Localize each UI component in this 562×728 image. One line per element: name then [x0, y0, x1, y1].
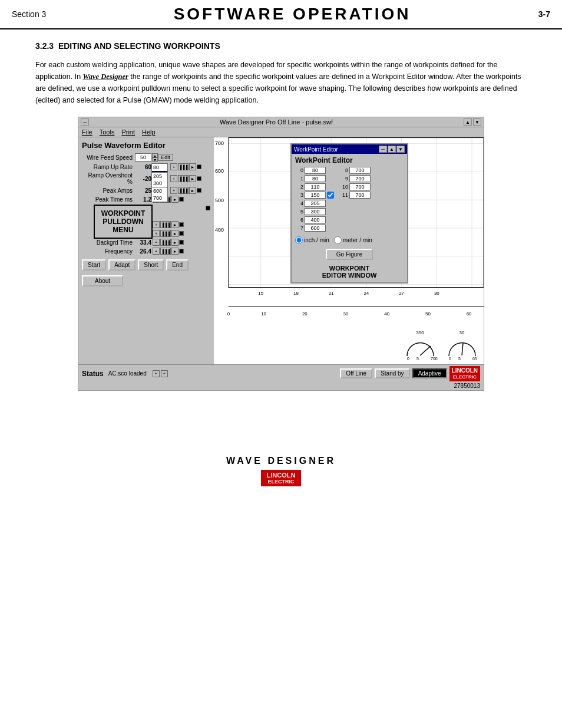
ctrl-stepoff-arrow[interactable]: ►	[171, 221, 178, 228]
wp-input-8[interactable]	[349, 167, 371, 174]
spin-up-wire-feed-speed[interactable]: ▲	[152, 153, 158, 157]
go-figure-button[interactable]: Go Figure	[326, 249, 373, 260]
value-peak-time: 1.2	[135, 196, 151, 203]
menu-file[interactable]: File	[82, 129, 92, 136]
controls-backgrd-time: + ▐▐▐ ►	[153, 239, 184, 246]
wp-input-2[interactable]	[305, 183, 326, 190]
svg-text:24: 24	[363, 291, 369, 296]
ctrl-tailout-1-stop[interactable]	[206, 206, 210, 210]
ctrl-stepoff-1[interactable]: +	[153, 221, 160, 228]
about-button[interactable]: About	[82, 275, 123, 286]
ctrl-frequency-2[interactable]: ▐▐▐	[160, 248, 171, 255]
ctrl-peak-time-arrow[interactable]: ►	[171, 196, 178, 203]
wp-input-9[interactable]	[349, 175, 371, 182]
window-scroll-up-btn[interactable]: ▲	[464, 118, 472, 126]
gauge-350: 350 0 5 700	[401, 330, 439, 362]
svg-text:0: 0	[227, 311, 230, 317]
ctrl-ramp-overshoot-arrow[interactable]: ►	[189, 175, 196, 182]
ctrl-ramp-overshoot-1[interactable]: +	[170, 175, 177, 182]
param-ramp-overshoot: Ramp Overshoot % -20 205 300 400 + ▐▐▐ ►	[82, 172, 210, 185]
window-scroll-down-btn[interactable]: ▼	[473, 118, 481, 126]
ctrl-ramp-up-rate-stop[interactable]	[197, 164, 201, 169]
footer-logo-line2: ELECTRIC	[267, 479, 296, 485]
ctrl-ramp-up-rate-2[interactable]: ▐▐▐	[178, 163, 189, 170]
ctrl-frequency-stop[interactable]	[179, 249, 184, 253]
wp-input-10[interactable]	[349, 183, 371, 190]
ctrl-ramp-overshoot-stop[interactable]	[197, 176, 201, 181]
wp-input-0[interactable]	[305, 167, 326, 174]
wp-scroll-dn-btn[interactable]: ▼	[396, 146, 405, 153]
ctrl-backgrd-time-1[interactable]: +	[153, 239, 160, 246]
svg-text:27: 27	[399, 291, 404, 296]
content: 3.2.3 EDITING AND SELECTING WORKPOINTS F…	[0, 29, 562, 420]
right-panel: 700 600 500 400	[214, 137, 484, 364]
gauge-30: 30 0 5 65	[443, 330, 481, 362]
doc-number: 27850013	[78, 383, 484, 390]
menu-tools[interactable]: Tools	[100, 129, 115, 136]
wp-input-4[interactable]	[305, 200, 326, 207]
gauge-area: 350 0 5 700 30 0 5 65	[214, 327, 484, 364]
ctrl-backgrd-time-2[interactable]: ▐▐▐	[160, 239, 171, 246]
short-button[interactable]: Short	[138, 259, 164, 271]
label-meter-min: meter / min	[343, 237, 372, 243]
window-title: Wave Designer Pro Off Line - pulse.swf	[89, 118, 464, 126]
wp-row-6: 6	[295, 216, 334, 223]
svg-text:18: 18	[293, 291, 299, 296]
wp-check-3[interactable]	[327, 192, 334, 199]
ctrl-peak-amps-1[interactable]: +	[170, 187, 177, 194]
ctrl-peak-amps-stop[interactable]	[197, 188, 201, 193]
ctrl-backgrd-amps-2[interactable]: ▐▐▐	[160, 230, 171, 237]
svg-text:500: 500	[215, 197, 224, 203]
about-row: About	[82, 273, 210, 286]
ctrl-backgrd-amps-stop[interactable]	[179, 231, 184, 236]
window-minimize-btn[interactable]: ─	[81, 118, 89, 126]
ctrl-backgrd-time-arrow[interactable]: ►	[171, 239, 178, 246]
spin-down-wire-feed-speed[interactable]: ▼	[152, 157, 158, 162]
ctrl-stepoff-2[interactable]: ▐▐▐	[160, 221, 171, 228]
ctrl-peak-time-stop[interactable]	[179, 197, 184, 202]
end-button[interactable]: End	[166, 259, 189, 271]
ctrl-peak-amps-2[interactable]: ▐▐▐	[178, 187, 189, 194]
radio-meter-min-input[interactable]	[334, 236, 342, 244]
menu-print[interactable]: Print	[121, 129, 135, 136]
status-label: Status	[82, 370, 104, 378]
wp-input-3[interactable]	[305, 192, 326, 199]
wp-scroll-up-btn[interactable]: ▲	[388, 146, 396, 153]
radio-inch-min-input[interactable]	[295, 236, 303, 244]
dropdown-peak-amps[interactable]: 600 700	[151, 187, 168, 202]
section-title: EDITING AND SELECTING WORKPOINTS	[58, 41, 220, 51]
ctrl-ramp-up-rate-1[interactable]: +	[170, 163, 177, 170]
input-wire-feed-speed[interactable]	[135, 153, 151, 162]
standby-button[interactable]: Stand by	[375, 368, 409, 378]
ctrl-stepoff-stop[interactable]	[179, 222, 184, 227]
wp-input-11[interactable]	[349, 192, 371, 199]
status-up-btn[interactable]: +	[153, 370, 160, 377]
start-button[interactable]: Start	[82, 259, 106, 271]
ctrl-ramp-up-rate-arrow[interactable]: ►	[189, 163, 196, 170]
adaptive-button[interactable]: Adaptive	[412, 368, 447, 378]
workpoint-pulldown-menu[interactable]: WORKPOINTPULLDOWNMENU	[94, 205, 153, 239]
wp-input-1[interactable]	[305, 175, 326, 182]
svg-text:65: 65	[472, 357, 477, 361]
menu-help[interactable]: Help	[142, 129, 156, 136]
status-down-btn[interactable]: +	[161, 370, 168, 377]
adapt-button[interactable]: Adapt	[108, 259, 135, 271]
param-wire-feed-speed: Wire Feed Speed ▲ ▼ Edit	[82, 153, 210, 162]
offline-button[interactable]: Off Line	[340, 368, 372, 378]
ctrl-peak-amps-arrow[interactable]: ►	[189, 187, 196, 194]
wp-input-7[interactable]	[305, 225, 326, 232]
ctrl-backgrd-amps-arrow[interactable]: ►	[171, 230, 178, 237]
value-frequency: 26.4	[135, 248, 151, 255]
controls-backgrd-amps: + ▐▐▐ ►	[153, 230, 184, 237]
ctrl-frequency-arrow[interactable]: ►	[171, 248, 178, 255]
edit-btn-wire-feed-speed[interactable]: Edit	[158, 154, 173, 161]
window-controls: ▲ ▼	[464, 118, 481, 126]
wp-input-5[interactable]	[305, 208, 326, 215]
ctrl-backgrd-time-stop[interactable]	[179, 240, 184, 245]
ctrl-frequency-1[interactable]: +	[153, 248, 160, 255]
wp-min-btn[interactable]: ─	[379, 146, 387, 153]
ctrl-ramp-overshoot-2[interactable]: ▐▐▐	[178, 175, 189, 182]
ctrl-backgrd-amps-1[interactable]: +	[153, 230, 160, 237]
svg-text:40: 40	[384, 311, 389, 317]
wp-input-6[interactable]	[305, 216, 326, 223]
